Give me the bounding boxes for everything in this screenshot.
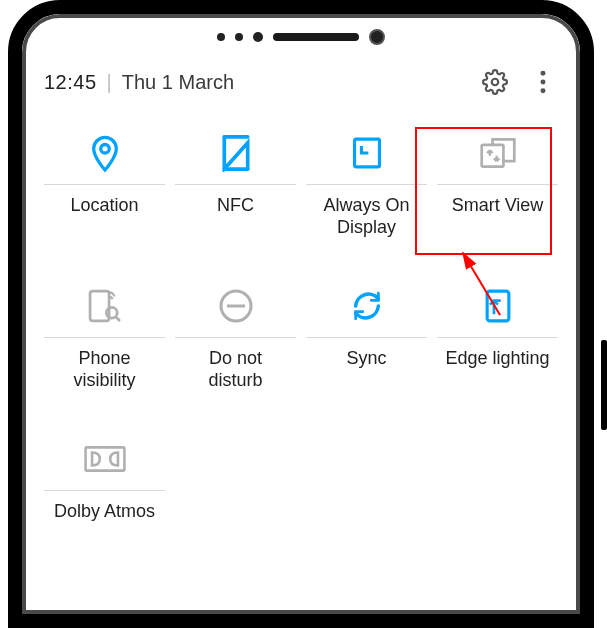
tile-label: Always On Display xyxy=(323,195,409,239)
smart-view-icon xyxy=(437,124,558,182)
tile-label: Do not disturb xyxy=(208,348,262,392)
tile-label: Location xyxy=(70,195,138,239)
svg-rect-11 xyxy=(487,291,509,321)
tile-label: Edge lighting xyxy=(445,348,549,392)
sensor-bar xyxy=(26,18,576,56)
quick-settings-grid: Location NFC xyxy=(44,124,558,545)
tile-label: Dolby Atmos xyxy=(54,501,155,545)
tile-always-on-display[interactable]: Always On Display xyxy=(306,124,427,239)
status-date: Thu 1 March xyxy=(122,71,234,94)
notification-panel: 12:45 | Thu 1 March xyxy=(26,58,576,610)
dnd-icon xyxy=(175,277,296,335)
tile-dolby-atmos[interactable]: Dolby Atmos xyxy=(44,430,165,545)
tile-label: NFC xyxy=(217,195,254,239)
nfc-icon xyxy=(175,124,296,182)
svg-point-4 xyxy=(100,145,109,154)
svg-point-1 xyxy=(541,71,546,76)
tile-label: Smart View xyxy=(452,195,544,239)
tile-nfc[interactable]: NFC xyxy=(175,124,296,239)
phone-vis-icon xyxy=(44,277,165,335)
svg-point-0 xyxy=(492,79,499,86)
tile-label: Phone visibility xyxy=(73,348,135,392)
status-time: 12:45 xyxy=(44,71,97,94)
status-separator: | xyxy=(107,71,112,94)
tile-label: Sync xyxy=(346,348,386,392)
tile-do-not-disturb[interactable]: Do not disturb xyxy=(175,277,296,392)
phone-screen: 12:45 | Thu 1 March xyxy=(22,14,580,614)
tile-location[interactable]: Location xyxy=(44,124,165,239)
tile-smart-view[interactable]: Smart View xyxy=(437,124,558,239)
tile-sync[interactable]: Sync xyxy=(306,277,427,392)
svg-point-2 xyxy=(541,80,546,85)
settings-gear-icon[interactable] xyxy=(480,67,510,97)
more-options-icon[interactable] xyxy=(528,67,558,97)
status-bar: 12:45 | Thu 1 March xyxy=(44,58,558,106)
phone-side-button xyxy=(601,340,607,430)
phone-frame: 12:45 | Thu 1 March xyxy=(8,0,594,628)
svg-rect-6 xyxy=(481,145,503,167)
tile-edge-lighting[interactable]: Edge lighting xyxy=(437,277,558,392)
dolby-icon xyxy=(44,430,165,488)
always-on-icon xyxy=(306,124,427,182)
location-icon xyxy=(44,124,165,182)
svg-point-3 xyxy=(541,88,546,93)
sync-icon xyxy=(306,277,427,335)
tile-phone-visibility[interactable]: Phone visibility xyxy=(44,277,165,392)
edge-light-icon xyxy=(437,277,558,335)
